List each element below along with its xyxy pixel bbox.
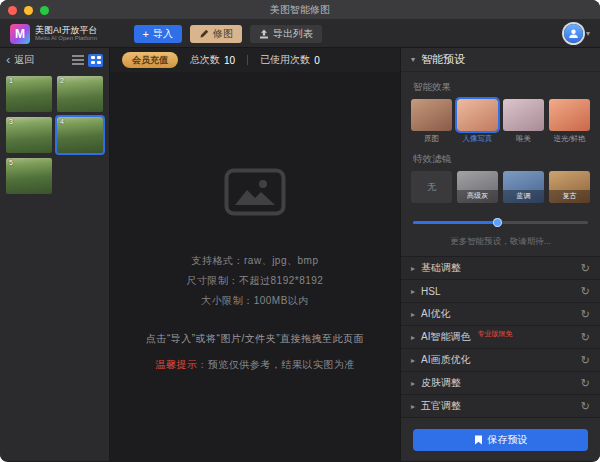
effects-grid: 原图 人像写真 唯美 逆光/鲜艳 xyxy=(401,99,600,144)
thumbnail-number: 5 xyxy=(9,159,13,166)
section-facial-adjust[interactable]: ▸ 五官调整 ↻ xyxy=(401,395,600,418)
effect-thumbnail xyxy=(411,99,452,131)
filter-thumbnail: 复古 xyxy=(549,171,590,203)
titlebar: 美图智能修图 xyxy=(0,0,600,20)
filesize-limit: 大小限制：100MB以内 xyxy=(187,294,324,308)
section-ai-optimize[interactable]: ▸ AI优化 ↻ xyxy=(401,303,600,326)
filter-label: 蓝调 xyxy=(503,190,544,203)
chevron-right-icon: ▸ xyxy=(411,264,415,273)
reset-icon[interactable]: ↻ xyxy=(581,309,590,319)
total-count-label: 总次数 xyxy=(190,53,220,67)
chevron-right-icon: ▸ xyxy=(411,379,415,388)
section-basic-adjust[interactable]: ▸ 基础调整 ↻ xyxy=(401,257,600,280)
warm-tip: 温馨提示：预览仅供参考，结果以实图为准 xyxy=(155,358,355,372)
chevron-right-icon: ▸ xyxy=(411,356,415,365)
chevron-right-icon: ▸ xyxy=(411,287,415,296)
effect-portrait-selected[interactable]: 人像写真 xyxy=(457,99,498,144)
app-body: ‹ 返回 1 2 3 4 xyxy=(0,48,600,461)
slider-thumb[interactable] xyxy=(493,218,502,227)
intensity-slider[interactable] xyxy=(413,217,588,227)
drag-drop-hint: 点击“导入”或将“图片/文件夹”直接拖拽至此页面 xyxy=(146,332,364,346)
import-button[interactable]: + 导入 xyxy=(134,25,182,43)
effect-label: 逆光/鲜艳 xyxy=(549,134,590,144)
thumbnail-number: 4 xyxy=(60,118,64,125)
used-count-value: 0 xyxy=(314,55,320,66)
close-button[interactable] xyxy=(8,6,17,15)
thumbnail-item[interactable]: 3 xyxy=(6,117,52,153)
used-count: 已使用次数 0 xyxy=(260,53,320,67)
filter-retro[interactable]: 复古 xyxy=(549,171,590,203)
drop-zone[interactable]: 支持格式：raw、jpg、bmp 尺寸限制：不超过8192*8192 大小限制：… xyxy=(110,72,400,461)
brush-icon xyxy=(199,29,209,39)
traffic-lights xyxy=(8,0,49,20)
bookmark-icon xyxy=(474,435,483,445)
filter-blue[interactable]: 蓝调 xyxy=(503,171,544,203)
more-presets-hint: 更多智能预设，敬请期待... xyxy=(401,236,600,248)
status-bar: 会员充值 总次数 10 已使用次数 0 xyxy=(110,48,400,72)
effect-aesthetic[interactable]: 唯美 xyxy=(503,99,544,144)
avatar xyxy=(564,24,583,43)
chevron-down-icon: ▾ xyxy=(411,55,415,64)
filter-gray[interactable]: 高级灰 xyxy=(457,171,498,203)
effect-thumbnail xyxy=(549,99,590,131)
user-icon xyxy=(568,28,579,39)
effect-label: 唯美 xyxy=(503,134,544,144)
chevron-right-icon: ▸ xyxy=(411,310,415,319)
section-skin-adjust[interactable]: ▸ 皮肤调整 ↻ xyxy=(401,372,600,395)
export-icon xyxy=(259,29,269,39)
filter-label: 复古 xyxy=(549,190,590,203)
reset-icon[interactable]: ↻ xyxy=(581,263,590,273)
fullscreen-button[interactable] xyxy=(40,6,49,15)
section-label: AI优化 xyxy=(421,307,450,321)
reset-icon[interactable]: ↻ xyxy=(581,332,590,342)
filter-none[interactable]: 无 xyxy=(411,171,452,203)
reset-icon[interactable]: ↻ xyxy=(581,286,590,296)
back-button[interactable]: 返回 xyxy=(14,53,34,67)
reset-icon[interactable]: ↻ xyxy=(581,378,590,388)
list-view-icon[interactable] xyxy=(72,55,84,65)
thumbnail-number: 3 xyxy=(9,118,13,125)
thumbnail-item-selected[interactable]: 4 xyxy=(57,117,103,153)
retouch-button[interactable]: 修图 xyxy=(190,25,242,43)
sidebar-header: ‹ 返回 xyxy=(0,48,109,72)
thumbnail-item[interactable]: 2 xyxy=(57,76,103,112)
back-chevron-icon: ‹ xyxy=(6,54,10,66)
reset-icon[interactable]: ↻ xyxy=(581,355,590,365)
reset-icon[interactable]: ↻ xyxy=(581,401,590,411)
chevron-down-icon: ▾ xyxy=(586,29,590,38)
thumbnail-item[interactable]: 1 xyxy=(6,76,52,112)
save-row: 保存预设 xyxy=(401,421,600,461)
member-recharge-button[interactable]: 会员充值 xyxy=(122,52,178,68)
save-preset-label: 保存预设 xyxy=(488,433,528,447)
export-list-button[interactable]: 导出列表 xyxy=(250,25,322,43)
sidebar: ‹ 返回 1 2 3 4 xyxy=(0,48,110,461)
preset-panel-title: 智能预设 xyxy=(421,52,465,67)
chevron-right-icon: ▸ xyxy=(411,402,415,411)
section-ai-color[interactable]: ▸ AI智能调色 专业版限免 ↻ xyxy=(401,326,600,349)
thumbnail-list: 1 2 3 4 5 xyxy=(0,72,109,198)
filters-grid: 无 高级灰 蓝调 复古 xyxy=(401,171,600,203)
filter-thumbnail: 高级灰 xyxy=(457,171,498,203)
section-hsl[interactable]: ▸ HSL ↻ xyxy=(401,280,600,303)
plus-icon: + xyxy=(143,29,149,39)
warm-tip-prefix: 温馨提示： xyxy=(155,359,208,370)
effect-label: 原图 xyxy=(411,134,452,144)
thumbnail-item[interactable]: 5 xyxy=(6,158,52,194)
warm-tip-text: 预览仅供参考，结果以实图为准 xyxy=(208,359,355,370)
effect-label: 人像写真 xyxy=(457,134,498,144)
grid-view-icon[interactable] xyxy=(88,54,103,67)
total-count-value: 10 xyxy=(224,55,235,66)
effect-original[interactable]: 原图 xyxy=(411,99,452,144)
app-window: 美图智能修图 M 美图AI开放平台 Meitu AI Open Platform… xyxy=(0,0,600,462)
minimize-button[interactable] xyxy=(24,6,33,15)
account-menu[interactable]: ▾ xyxy=(564,24,590,43)
thumbnail-number: 1 xyxy=(9,77,13,84)
format-limit: 支持格式：raw、jpg、bmp xyxy=(187,254,324,268)
section-ai-quality[interactable]: ▸ AI画质优化 ↻ xyxy=(401,349,600,372)
effect-backlight[interactable]: 逆光/鲜艳 xyxy=(549,99,590,144)
filter-thumbnail: 无 xyxy=(411,171,452,203)
save-preset-button[interactable]: 保存预设 xyxy=(413,429,588,451)
import-button-label: 导入 xyxy=(153,27,173,41)
effects-group-label: 智能效果 xyxy=(401,72,600,99)
preset-panel-header[interactable]: ▾ 智能预设 xyxy=(401,48,600,72)
